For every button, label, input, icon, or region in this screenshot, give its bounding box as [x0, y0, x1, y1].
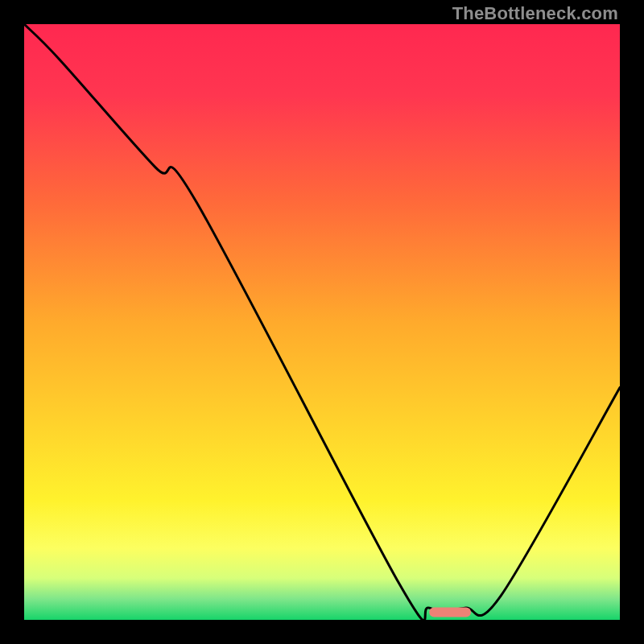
bottleneck-chart	[24, 24, 620, 620]
chart-frame	[24, 24, 620, 620]
highlight-marker	[429, 607, 471, 617]
gradient-background	[24, 24, 620, 620]
watermark-text: TheBottleneck.com	[452, 3, 618, 24]
